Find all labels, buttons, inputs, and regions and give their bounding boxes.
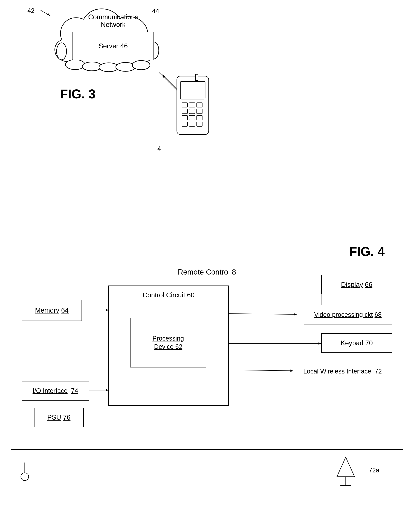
arrow-42 xyxy=(27,6,63,24)
lw-interface-label: Local Wireless Interface 72 xyxy=(303,368,382,375)
svg-marker-29 xyxy=(106,309,108,311)
svg-rect-12 xyxy=(180,82,205,99)
svg-marker-35 xyxy=(290,370,293,372)
ref-46: 46 xyxy=(120,42,128,50)
svg-rect-16 xyxy=(197,103,202,107)
svg-marker-42 xyxy=(337,457,355,477)
remote-control-box: Remote Control 8 Memory 64 Control Circu… xyxy=(11,264,403,450)
control-circuit-label: Control Circuit 60 xyxy=(142,291,195,299)
video-processing-box: Video processing ckt 68 xyxy=(304,305,392,324)
svg-rect-24 xyxy=(189,122,195,126)
io-interface-ref: 74 xyxy=(71,387,78,394)
svg-rect-19 xyxy=(197,109,202,114)
remote-control-label: Remote Control 8 xyxy=(178,268,236,276)
svg-point-1 xyxy=(82,62,102,71)
antenna-svg xyxy=(335,455,356,487)
svg-rect-21 xyxy=(189,115,195,120)
ref-44: 44 xyxy=(152,7,159,15)
svg-rect-23 xyxy=(182,122,187,126)
display-label: Display 66 xyxy=(341,281,372,289)
video-processing-ref: 68 xyxy=(375,311,382,318)
lw-interface-box: Local Wireless Interface 72 xyxy=(293,362,392,381)
memory-label: Memory 64 xyxy=(35,307,69,314)
io-interface-box: I/O Interface 74 xyxy=(22,381,89,401)
svg-marker-10 xyxy=(163,74,165,78)
svg-marker-37 xyxy=(106,389,108,391)
video-processing-label: Video processing ckt 68 xyxy=(314,311,382,318)
ground-symbol-svg xyxy=(18,462,32,487)
control-circuit-box: Control Circuit 60 ProcessingDevice 62 xyxy=(108,285,229,406)
fig3-title: FIG. 3 xyxy=(60,87,95,101)
control-circuit-ref: 60 xyxy=(187,291,195,299)
svg-marker-27 xyxy=(47,13,50,16)
processing-device-label: ProcessingDevice 62 xyxy=(152,334,184,351)
psu-label: PSU 76 xyxy=(47,414,71,421)
keypad-ref: 70 xyxy=(365,339,373,347)
svg-rect-14 xyxy=(182,103,187,107)
processing-device-ref: 62 xyxy=(175,343,182,350)
server-label: Server 46 xyxy=(99,42,128,50)
svg-point-5 xyxy=(57,43,67,60)
ref-label-4: 4 xyxy=(157,145,161,152)
cloud-label: Communications Network xyxy=(88,13,138,29)
keypad-label: Keypad 70 xyxy=(341,339,373,347)
memory-ref: 64 xyxy=(61,307,69,314)
fig4-title: FIG. 4 xyxy=(349,244,385,259)
svg-line-34 xyxy=(228,370,293,371)
lw-interface-ref: 72 xyxy=(375,368,382,375)
svg-line-30 xyxy=(228,314,296,314)
processing-device-box: ProcessingDevice 62 xyxy=(130,318,206,367)
display-box: Display 66 xyxy=(321,275,392,294)
psu-box: PSU 76 xyxy=(34,408,84,427)
svg-rect-17 xyxy=(182,109,187,114)
svg-point-46 xyxy=(21,473,29,480)
display-ref: 66 xyxy=(365,281,372,288)
server-box: Server 46 xyxy=(73,32,154,60)
psu-ref: 76 xyxy=(63,414,70,421)
svg-rect-20 xyxy=(182,115,187,120)
phone-drawing xyxy=(170,74,216,142)
fig4-section: FIG. 4 Remote Control 8 Memory 64 Contro… xyxy=(0,239,420,505)
cloud-container: Communications Network 44 Server 46 xyxy=(49,4,177,78)
memory-box: Memory 64 xyxy=(22,300,82,321)
phone-svg xyxy=(170,74,216,142)
ref-72a: 72a xyxy=(369,467,379,474)
svg-rect-13 xyxy=(195,74,198,81)
svg-marker-31 xyxy=(294,313,296,316)
keypad-box: Keypad 70 xyxy=(321,333,392,353)
svg-point-0 xyxy=(65,60,85,69)
svg-rect-15 xyxy=(189,103,195,107)
fig3-section: 42 Communications Network 44 Server xyxy=(0,0,420,239)
io-interface-label: I/O Interface 74 xyxy=(32,387,78,395)
svg-point-4 xyxy=(132,61,150,70)
svg-rect-25 xyxy=(197,122,202,126)
svg-rect-22 xyxy=(197,115,202,120)
svg-rect-18 xyxy=(189,109,195,114)
svg-marker-33 xyxy=(319,342,321,345)
